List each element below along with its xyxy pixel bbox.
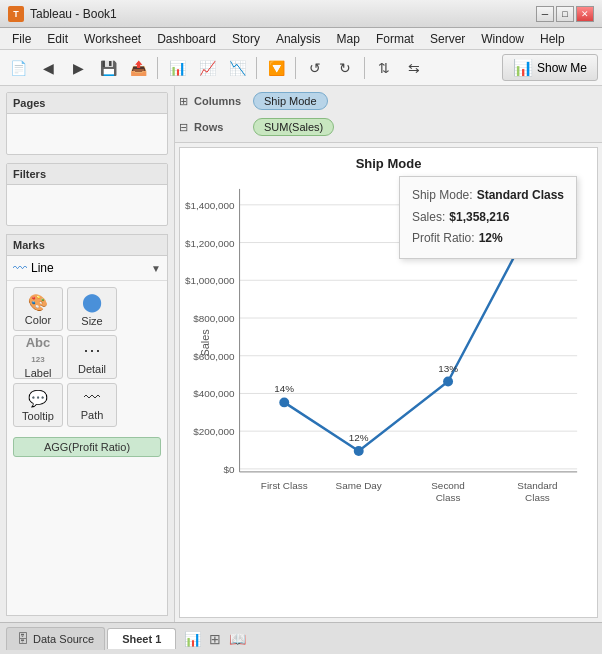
svg-text:Same Day: Same Day [336, 480, 382, 491]
menu-window[interactable]: Window [473, 30, 532, 48]
data-source-tab[interactable]: 🗄 Data Source [6, 627, 105, 650]
right-area: ⊞ Columns Ship Mode ⊟ Rows SUM(Sales) Sh… [175, 86, 602, 622]
separator-2 [256, 57, 257, 79]
svg-text:Sales: Sales [199, 329, 211, 357]
menu-dashboard[interactable]: Dashboard [149, 30, 224, 48]
tooltip-profit-key: Profit Ratio: [412, 228, 475, 250]
svg-text:$1,200,000: $1,200,000 [185, 238, 235, 249]
new-button[interactable]: 📄 [4, 54, 32, 82]
chart-btn-1[interactable]: 📊 [163, 54, 191, 82]
menu-analysis[interactable]: Analysis [268, 30, 329, 48]
forward-button[interactable]: ▶ [64, 54, 92, 82]
tooltip-icon: 💬 [28, 389, 48, 408]
tooltip-sales-key: Sales: [412, 207, 445, 229]
marks-type-label: Line [31, 261, 54, 275]
menu-format[interactable]: Format [368, 30, 422, 48]
filters-section: Filters [6, 163, 168, 226]
menu-file[interactable]: File [4, 30, 39, 48]
show-me-label: Show Me [537, 61, 587, 75]
database-icon: 🗄 [17, 632, 29, 646]
show-me-icon: 📊 [513, 58, 533, 77]
filters-body [7, 185, 167, 225]
menu-worksheet[interactable]: Worksheet [76, 30, 149, 48]
line-chart-icon: 〰 [13, 260, 27, 276]
tooltip-ship-key: Ship Mode: [412, 185, 473, 207]
pages-title: Pages [7, 93, 167, 114]
svg-text:$1,000,000: $1,000,000 [185, 275, 235, 286]
menu-map[interactable]: Map [329, 30, 368, 48]
sheet-tab[interactable]: Sheet 1 [107, 628, 176, 649]
refresh-btn[interactable]: ↺ [301, 54, 329, 82]
show-me-button[interactable]: 📊 Show Me [502, 54, 598, 81]
point-second-class[interactable] [443, 377, 453, 387]
tooltip-profit-val: 12% [479, 228, 503, 250]
menu-help[interactable]: Help [532, 30, 573, 48]
color-label: Color [25, 314, 51, 326]
new-worksheet-button[interactable]: 📊 [182, 629, 203, 649]
agg-label: AGG(Profit Ratio) [44, 441, 130, 453]
path-button[interactable]: 〰 Path [67, 383, 117, 427]
tooltip-sales-val: $1,358,216 [449, 207, 509, 229]
marks-buttons: 🎨 Color ⬤ Size Abc123 Label ⋯ Detail 💬 [7, 281, 167, 433]
title-bar: T Tableau - Book1 ─ □ ✕ [0, 0, 602, 28]
refresh-btn-2[interactable]: ↻ [331, 54, 359, 82]
marks-title: Marks [7, 235, 167, 256]
toolbar: 📄 ◀ ▶ 💾 📤 📊 📈 📉 🔽 ↺ ↻ ⇅ ⇆ 📊 Show Me [0, 50, 602, 86]
point-first-class[interactable] [279, 397, 289, 407]
svg-text:Class: Class [525, 492, 550, 503]
detail-icon: ⋯ [83, 339, 101, 361]
label-label: Label [25, 367, 52, 379]
close-button[interactable]: ✕ [576, 6, 594, 22]
menu-story[interactable]: Story [224, 30, 268, 48]
chart-btn-2[interactable]: 📈 [193, 54, 221, 82]
chart-area: Ship Mode Ship Mode: Standard Class Sale… [179, 147, 598, 618]
svg-text:$1,400,000: $1,400,000 [185, 200, 235, 211]
sort-btn-1[interactable]: ⇅ [370, 54, 398, 82]
size-button[interactable]: ⬤ Size [67, 287, 117, 331]
new-dashboard-button[interactable]: ⊞ [207, 629, 223, 649]
svg-text:$800,000: $800,000 [193, 313, 235, 324]
marks-type-selector[interactable]: 〰 Line ▼ [7, 256, 167, 281]
new-story-button[interactable]: 📖 [227, 629, 248, 649]
point-same-day[interactable] [354, 446, 364, 456]
detail-button[interactable]: ⋯ Detail [67, 335, 117, 379]
svg-text:First Class: First Class [261, 480, 308, 491]
svg-text:$400,000: $400,000 [193, 388, 235, 399]
svg-text:12%: 12% [349, 432, 369, 443]
back-button[interactable]: ◀ [34, 54, 62, 82]
chart-btn-3[interactable]: 📉 [223, 54, 251, 82]
label-icon: Abc123 [26, 335, 51, 365]
pages-section: Pages [6, 92, 168, 155]
columns-pill[interactable]: Ship Mode [253, 92, 328, 110]
menu-server[interactable]: Server [422, 30, 473, 48]
rows-pill[interactable]: SUM(Sales) [253, 118, 334, 136]
tooltip-box: Ship Mode: Standard Class Sales: $1,358,… [399, 176, 577, 259]
maximize-button[interactable]: □ [556, 6, 574, 22]
label-button[interactable]: Abc123 Label [13, 335, 63, 379]
export-button[interactable]: 📤 [124, 54, 152, 82]
size-icon: ⬤ [82, 291, 102, 313]
rows-label: Rows [194, 121, 249, 133]
tooltip-button[interactable]: 💬 Tooltip [13, 383, 63, 427]
save-button[interactable]: 💾 [94, 54, 122, 82]
color-icon: 🎨 [28, 293, 48, 312]
svg-text:Class: Class [436, 492, 461, 503]
app-icon: T [8, 6, 24, 22]
color-button[interactable]: 🎨 Color [13, 287, 63, 331]
svg-text:14%: 14% [274, 383, 294, 394]
separator-1 [157, 57, 158, 79]
svg-text:Standard: Standard [517, 480, 557, 491]
minimize-button[interactable]: ─ [536, 6, 554, 22]
svg-text:$200,000: $200,000 [193, 426, 235, 437]
tooltip-label: Tooltip [22, 410, 54, 422]
shelf-area: ⊞ Columns Ship Mode ⊟ Rows SUM(Sales) [175, 86, 602, 143]
marks-dropdown-arrow: ▼ [151, 263, 161, 274]
filter-btn[interactable]: 🔽 [262, 54, 290, 82]
chart-title: Ship Mode [180, 148, 597, 175]
agg-badge[interactable]: AGG(Profit Ratio) [13, 437, 161, 457]
sort-btn-2[interactable]: ⇆ [400, 54, 428, 82]
tab-buttons: 📊 ⊞ 📖 [182, 629, 248, 649]
menu-edit[interactable]: Edit [39, 30, 76, 48]
svg-text:13%: 13% [438, 363, 458, 374]
columns-shelf: ⊞ Columns Ship Mode [175, 88, 602, 114]
